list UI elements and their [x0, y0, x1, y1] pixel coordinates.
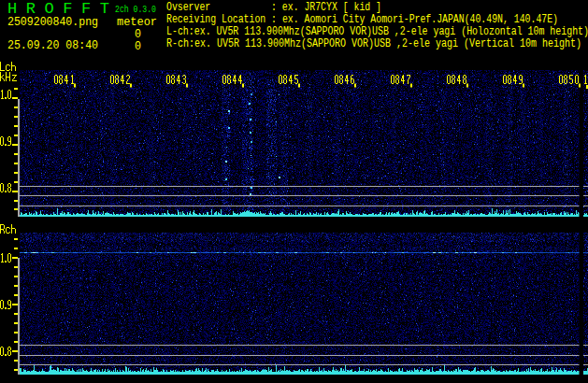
svg-text:Ovserver : ex. JR7CY: Ovserver : ex. JR7CYX [ kid ] — [166, 1, 381, 14]
svg-text:Receiving Location : ex. Aomor: Receiving Location : ex. Aomori City Aom… — [166, 13, 558, 26]
svg-text:0: 0 — [135, 39, 141, 53]
svg-text:2509200840.png: 2509200840.png — [7, 15, 98, 29]
svg-text:2ch 0.3.0: 2ch 0.3.0 — [115, 4, 156, 15]
svg-text:R-ch:ex. UV5R 113.900Mhz(SAPPO: R-ch:ex. UV5R 113.900Mhz(SAPPORO VOR)USB… — [166, 37, 581, 50]
svg-text:25.09.20 08:40: 25.09.20 08:40 — [7, 38, 98, 52]
svg-text:L-ch:ex. UV5R 113.900Mhz(SAPPO: L-ch:ex. UV5R 113.900Mhz(SAPPORO VOR)USB… — [166, 25, 588, 38]
